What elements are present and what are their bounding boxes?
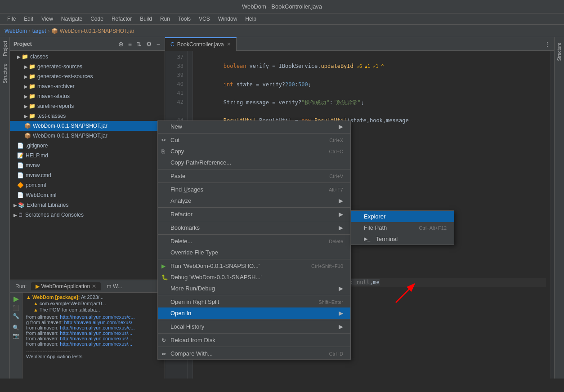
ctx-item-run[interactable]: ▶ Run 'WebDom-0.0.1-SNAPSHO...' Ctrl+Shi…: [158, 260, 350, 272]
run-link-5[interactable]: http://maven.aliyun.com/nexus/...: [60, 336, 132, 341]
run-search-btn[interactable]: 🔍: [13, 325, 19, 331]
ctx-sep-6: [158, 234, 350, 235]
tree-item-maven-status[interactable]: ▶ 📁 maven-status: [10, 91, 165, 101]
menu-build[interactable]: Build: [136, 15, 156, 23]
ctx-sep-7: [158, 259, 350, 259]
ctx-sep-10: [158, 333, 350, 334]
run-log-from5: from alimaven: http://maven.aliyun.com/n…: [26, 336, 161, 341]
breadcrumb-jar[interactable]: 📦 WebDom-0.0.1-SNAPSHOT.jar: [51, 28, 134, 34]
locate-icon[interactable]: ⊕: [117, 40, 125, 49]
run-link-3[interactable]: http://maven.aliyun.com/nexus/c...: [60, 325, 134, 330]
run-play-btn[interactable]: ▶: [13, 294, 19, 303]
ctx-item-local-history[interactable]: Local History ▶: [158, 321, 350, 332]
tree-item-mvnwcmd[interactable]: 📄 mvnw.cmd: [10, 170, 165, 180]
collapse-all-icon[interactable]: ≡: [127, 40, 133, 49]
tree-item-surefire[interactable]: ▶ 📁 surefire-reports: [10, 101, 165, 111]
run-artifact: com.example:WebDom:jar:0...: [40, 301, 106, 306]
menu-file[interactable]: File: [4, 15, 19, 23]
menu-refactor[interactable]: Refactor: [108, 15, 135, 23]
run-stop-btn[interactable]: ⬛: [13, 305, 19, 311]
ctx-shortcut-delete: Delete: [329, 239, 343, 244]
ctx-item-refactor[interactable]: Refactor ▶: [158, 209, 350, 220]
ctx-item-cut[interactable]: ✂ Cut Ctrl+X: [158, 134, 350, 146]
menu-vcs[interactable]: VCS: [195, 15, 214, 23]
project-tab-label[interactable]: Project: [2, 37, 8, 60]
tree-label: classes: [30, 53, 48, 60]
ctx-item-compare[interactable]: ⇔ Compare With... Ctrl+D: [158, 348, 350, 359]
run-tab-label2: m W...: [107, 283, 122, 290]
ctx-item-reload[interactable]: ↻ Reload from Disk: [158, 334, 350, 346]
run-rebuild-btn[interactable]: 🔧: [13, 313, 19, 319]
ctx-item-paste[interactable]: Paste Ctrl+V: [158, 170, 350, 182]
editor-tab-label: BookController.java: [177, 41, 224, 48]
arrow-icon: ▶: [24, 94, 28, 99]
run-arrow-icon: ▶: [161, 263, 166, 269]
menu-code[interactable]: Code: [87, 15, 107, 23]
tree-item-iml[interactable]: 📄 WebDom.iml: [10, 190, 165, 200]
menu-tools[interactable]: Tools: [175, 15, 194, 23]
ctx-item-copy-path[interactable]: Copy Path/Reference...: [158, 157, 350, 168]
tree-item-gitignore[interactable]: 📄 .gitignore: [10, 141, 165, 151]
tree-item-mvnw[interactable]: 📄 mvnw: [10, 160, 165, 170]
ctx-item-find-usages[interactable]: Find Usages Alt+F7: [158, 184, 350, 195]
tree-item-helpmd[interactable]: 📝 HELP.md: [10, 151, 165, 160]
menu-navigate[interactable]: Navigate: [58, 15, 86, 23]
run-tab-w[interactable]: m W...: [103, 282, 127, 290]
tree-item-external-libs[interactable]: ▶ 📚 External Libraries: [10, 200, 165, 210]
ctx-item-open-in[interactable]: Open In ▶: [158, 307, 350, 319]
editor-tabs: C BookController.java ✕ ⋮: [165, 37, 554, 51]
ctx-item-debug[interactable]: 🐛 Debug 'WebDom-0.0.1-SNAPSH...': [158, 272, 350, 283]
ctx-item-analyze[interactable]: Analyze ▶: [158, 195, 350, 206]
ctx-item-new[interactable]: New ▶: [158, 121, 350, 132]
ctx-item-delete[interactable]: Delete... Delete: [158, 236, 350, 247]
submenu-item-filepath[interactable]: File Path Ctrl+Alt+F12: [351, 222, 454, 233]
structure-tab-label[interactable]: Structure: [2, 60, 8, 87]
editor-tab-bookcontroller[interactable]: C BookController.java ✕: [165, 37, 237, 51]
menu-bar: File Edit View Navigate Code Refactor Bu…: [0, 13, 564, 25]
run-link-4[interactable]: http://maven.aliyun.com/nexus/...: [60, 330, 132, 336]
warning-icon3: ▲: [33, 307, 40, 312]
breadcrumb: WebDom › target › 📦 WebDom-0.0.1-SNAPSHO…: [0, 25, 564, 37]
ctx-item-override-filetype[interactable]: Override File Type: [158, 247, 350, 258]
tree-item-scratches[interactable]: ▶ 🗒 Scratches and Consoles: [10, 210, 165, 220]
run-link-1[interactable]: http://maven.aliyun.com/nexus/c...: [60, 314, 134, 320]
settings-icon[interactable]: ⚙: [145, 40, 153, 49]
breadcrumb-target[interactable]: target: [32, 28, 46, 34]
run-camera-btn[interactable]: 📷: [13, 333, 19, 339]
tree-item-jar2[interactable]: 📦 WebDom-0.0.1-SNAPSHOT.jar: [10, 131, 165, 141]
menu-window[interactable]: Window: [215, 15, 241, 23]
breadcrumb-webdom[interactable]: WebDom: [4, 28, 27, 34]
run-icon: ▶: [36, 283, 40, 290]
tree-item-generated-sources[interactable]: ▶ 📁 generated-sources: [10, 62, 165, 71]
tree-item-pom[interactable]: 🔶 pom.xml: [10, 180, 165, 190]
editor-menu-icon[interactable]: ⋮: [544, 40, 551, 48]
tree-item-test-classes[interactable]: ▶ 📁 test-classes: [10, 111, 165, 121]
ctx-item-copy[interactable]: ⎘ Copy Ctrl+C: [158, 146, 350, 157]
sort-icon[interactable]: ⇅: [135, 40, 143, 49]
ctx-item-bookmarks[interactable]: Bookmarks ▶: [158, 222, 350, 233]
editor-scrollbar[interactable]: [551, 51, 554, 379]
menu-help[interactable]: Help: [242, 15, 260, 23]
ctx-item-more-run[interactable]: More Run/Debug ▶: [158, 283, 350, 294]
structure-right-label[interactable]: Structure: [557, 39, 562, 65]
tree-item-jar-selected[interactable]: 📦 WebDom-0.0.1-SNAPSHOT.jar: [10, 121, 165, 131]
menu-edit[interactable]: Edit: [20, 15, 37, 23]
ctx-item-open-right-split[interactable]: Open in Right Split Shift+Enter: [158, 296, 350, 307]
submenu-item-terminal[interactable]: ▶_ Terminal: [351, 233, 454, 245]
menu-view[interactable]: View: [38, 15, 57, 23]
submenu-arrow-analyze: ▶: [339, 197, 343, 204]
project-panel-header: Project ⊕ ≡ ⇅ ⚙ −: [10, 37, 165, 51]
run-tab-close[interactable]: ✕: [92, 283, 96, 290]
run-tab-webdomapp[interactable]: ▶ WebDomApplication ✕: [31, 282, 100, 290]
run-link-2[interactable]: http://maven.aliyun.com/nexus/: [64, 320, 132, 325]
folder-icon: 📁: [22, 53, 28, 60]
tree-item-classes[interactable]: ▶ 📁 classes: [10, 52, 165, 62]
tree-item-generated-test-sources[interactable]: ▶ 📁 generated-test-sources: [10, 71, 165, 81]
menu-run[interactable]: Run: [157, 15, 174, 23]
debug-icon: 🐛: [161, 274, 168, 281]
editor-tab-close[interactable]: ✕: [227, 41, 231, 47]
close-panel-icon[interactable]: −: [156, 40, 161, 49]
tree-item-maven-archiver[interactable]: ▶ 📁 maven-archiver: [10, 81, 165, 91]
submenu-item-explorer[interactable]: Explorer: [351, 211, 454, 222]
run-link-6[interactable]: http://maven.aliyun.com/nexus/...: [60, 341, 132, 347]
